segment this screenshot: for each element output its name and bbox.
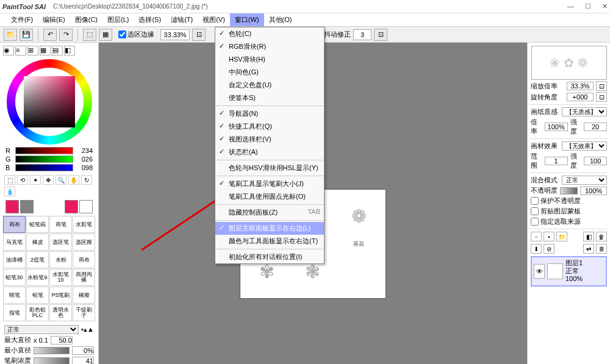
color-tab-wheel[interactable]: ◉ [3,46,14,55]
menu-0[interactable]: 文件(F) [6,13,38,26]
brush-13[interactable]: 水粉笔9 [26,269,49,286]
lock-origin-check[interactable]: 指定选取来源 [531,217,607,226]
brush-10[interactable]: 水粉 [49,251,72,268]
color-wheel[interactable] [7,59,92,145]
menu-4[interactable]: 选择(S) [134,13,166,26]
layer-visibility-icon[interactable]: 👁 [534,264,545,279]
material-effect-select[interactable]: 【无效果】 [562,141,607,151]
zoom-reset-icon[interactable]: ⊡ [596,81,607,91]
layer-flatten-icon[interactable]: ≣ [596,244,607,254]
menu-item[interactable]: HSV滑块(H) [215,53,324,66]
color-swatch[interactable] [5,200,93,213]
selection-edge-checkbox[interactable]: 选区边缘 [118,30,154,39]
brush-12[interactable]: 铅笔30 [3,269,26,286]
menu-item[interactable]: 隐藏控制面板(Z)TAB [215,206,324,219]
layer-item[interactable]: 👁 图层1 正常 100% [531,256,607,287]
menu-item[interactable]: 色轮(C) [215,27,324,40]
maximize-button[interactable]: ☐ [585,2,591,10]
menu-3[interactable]: 图层(L) [102,13,134,26]
brush-5[interactable]: 橡皮 [26,234,49,251]
navigator-preview[interactable]: ❀ ✿ ❁ [531,46,607,80]
menu-item[interactable]: 快捷工具栏(Q) [215,120,324,133]
opacity-slider[interactable] [560,187,578,194]
brush-14[interactable]: 水彩笔10 [49,269,72,286]
toolbar-btn-invert[interactable]: ▦ [99,29,112,41]
brush-11[interactable]: 画布 [73,251,95,268]
brush-9[interactable]: 2值笔 [26,251,49,268]
rgb-g-slider[interactable]: G026 [5,155,93,163]
new-folder-icon[interactable]: 📁 [556,232,567,241]
density-input[interactable] [72,357,94,365]
layer-transfer-icon[interactable]: ⇄ [583,244,594,254]
toolbar-btn-redo[interactable]: ↷ [59,29,73,41]
tool-zoom[interactable]: 🔍 [56,175,66,185]
menu-6[interactable]: 视图(V) [198,13,230,26]
brush-3[interactable]: 水彩笔 [73,216,95,233]
rgb-r-slider[interactable]: R234 [5,147,93,154]
brush-20[interactable]: 指笔 [3,304,26,321]
menu-item[interactable]: 自定义色盘(U) [215,79,324,91]
jitter-extra[interactable]: ⊡ [374,29,387,41]
menu-item[interactable]: 初始化所有对话框位置(I) [215,251,324,263]
rotation-value[interactable]: +000 [567,93,594,101]
rgb-b-slider[interactable]: B098 [5,164,93,171]
layer-merge-icon[interactable]: ⬇ [531,244,542,254]
brush-21[interactable]: 彩色铅PLC [26,304,49,321]
tool-eyedropper[interactable]: 💧 [4,187,15,196]
close-button[interactable]: ✕ [602,2,608,10]
brush-15[interactable]: 画用丙烯 [73,269,95,286]
minimize-button[interactable]: — [567,2,574,10]
toolbar-btn-deselect[interactable]: ⬚ [83,29,96,41]
brush-0[interactable]: 画布 [3,216,26,233]
menu-2[interactable]: 图像(C) [70,13,102,26]
menu-item[interactable]: 视图选择栏(V) [215,133,324,146]
new-layer-icon[interactable]: ▫ [531,232,542,241]
brush-19[interactable]: 橡擦 [73,287,95,304]
tool-rect-select[interactable]: ⬚ [4,175,15,185]
menu-item[interactable]: 中间色(G) [215,66,324,79]
tool-wand[interactable]: ✦ [30,175,41,185]
new-vector-layer-icon[interactable]: ▪ [544,232,554,241]
jitter-input[interactable] [353,29,371,40]
tool-lasso[interactable]: ⟲ [17,175,28,185]
toolbar-btn-undo[interactable]: ↶ [43,29,57,41]
toolbar-btn-save[interactable]: 💾 [20,29,33,41]
brush-2[interactable]: 画笔 [49,216,72,233]
brush-16[interactable]: 蜡笔 [3,287,26,304]
zoom-reset[interactable]: ⊡ [192,29,206,41]
brush-1[interactable]: 铅笔稿 [26,216,49,233]
brush-23[interactable]: 干燥刷子 [73,304,95,321]
clipping-mask-check[interactable]: 剪贴图层蒙板 [531,207,607,216]
brush-18[interactable]: PS笔刷 [49,287,72,304]
blend-mode-select[interactable]: 正常 [562,176,607,185]
menu-item[interactable]: RGB滑块(R) [215,40,324,53]
menu-7[interactable]: 窗口(W) [230,13,264,26]
max-diameter-input[interactable] [51,336,73,344]
layer-mask-icon[interactable]: ◧ [583,232,594,241]
brush-6[interactable]: 选区笔 [49,234,72,251]
menu-item[interactable]: 图层关联面板显示在右边(L) [215,222,324,235]
brush-17[interactable]: 铅笔 [26,287,49,304]
zoom-value[interactable]: 33.3% [567,82,594,90]
color-tab-rgb[interactable]: ≡ [15,46,26,55]
color-tab-btn6[interactable]: ◧ [64,46,75,55]
density-slider[interactable] [34,357,70,365]
layer-clear-icon[interactable]: ⊘ [544,244,554,254]
rotation-reset-icon[interactable]: ⊡ [596,92,607,102]
paper-texture-select[interactable]: 【无质感】 [562,107,607,116]
zoom-input[interactable] [160,29,190,40]
toolbar-btn-open[interactable]: 📁 [4,29,17,41]
brush-mode-select[interactable]: 正常 [4,325,79,334]
brush-22[interactable]: 透明水色 [49,304,72,321]
min-diameter-slider[interactable] [34,347,70,354]
menu-item[interactable]: 便签本S) [215,91,324,104]
color-tab-btn4[interactable]: ▦ [40,46,51,55]
tool-move[interactable]: ✥ [43,175,54,185]
tool-hand[interactable]: ✋ [68,175,79,185]
menu-item[interactable]: 状态栏(A) [215,146,324,159]
menu-5[interactable]: 滤镜(T) [166,13,198,26]
min-diameter-input[interactable] [72,346,94,355]
color-tab-btn5[interactable]: ▤ [52,46,63,55]
menu-8[interactable]: 其他(O) [264,13,297,26]
brush-8[interactable]: 油漆桶 [3,251,26,268]
